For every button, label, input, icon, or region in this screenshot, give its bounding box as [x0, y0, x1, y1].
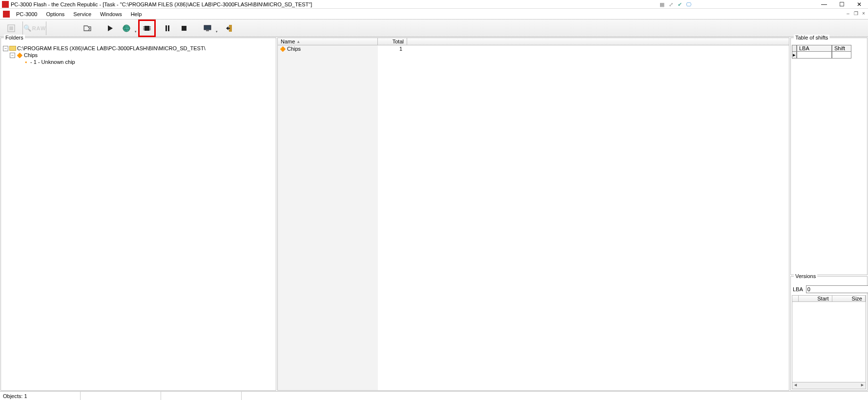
svg-rect-12 — [165, 25, 167, 31]
globe-button[interactable] — [119, 21, 134, 36]
row-indicator-icon: ▸ — [792, 52, 797, 59]
versions-header: Start Size — [792, 295, 866, 302]
versions-col-size[interactable]: Size — [832, 296, 866, 301]
tree-unknown-chip[interactable]: 🔸 - 1 - Unknown chip — [3, 59, 274, 65]
mdi-close-button[interactable]: × — [860, 10, 867, 17]
shifts-table[interactable]: LBA Shift ▸ — [792, 45, 866, 59]
tree-unknown-chip-label: - 1 - Unknown chip — [30, 59, 75, 65]
versions-col-blank — [792, 296, 799, 301]
list-row-total: 1 — [378, 46, 407, 52]
status-cell-3 — [161, 392, 242, 400]
right-column: Table of shifts LBA Shift ▸ Versions LBA — [790, 37, 868, 391]
titlebar: PC-3000 Flash - the Czech Republic - [Ta… — [0, 0, 868, 9]
lba-row: LBA — [793, 285, 865, 293]
statusbar: Objects: 1 — [0, 391, 868, 400]
versions-body[interactable] — [792, 302, 866, 382]
grid-icon[interactable]: ▦ — [658, 1, 666, 8]
chips-row-icon: 🔶 — [280, 46, 286, 52]
toolbar: 🔍 RAW — [0, 20, 868, 37]
window-title: PC-3000 Flash - the Czech Republic - [Ta… — [11, 1, 312, 7]
sort-asc-icon: ▲ — [296, 40, 300, 44]
versions-col-start[interactable]: Start — [799, 296, 832, 301]
folder-open-icon — [9, 45, 16, 51]
svg-rect-1 — [9, 26, 13, 30]
shifts-indicator-header — [792, 45, 797, 52]
expand-icon[interactable]: ⤢ — [667, 1, 675, 8]
svg-point-3 — [123, 25, 130, 32]
menubar: PC-3000 Options Service Windows Help – ❐… — [0, 9, 868, 20]
raw-label: RAW — [32, 25, 46, 31]
shifts-row-lba — [797, 52, 832, 59]
raw-button[interactable]: 🔍 RAW — [27, 21, 42, 36]
play-button[interactable] — [103, 21, 117, 36]
menu-pc3000[interactable]: PC-3000 — [12, 10, 41, 18]
collapse-icon[interactable]: − — [3, 46, 8, 51]
monitor-button[interactable] — [200, 21, 215, 36]
task-icon — [3, 11, 10, 18]
folders-panel-label: Folders — [4, 35, 25, 40]
tree-chips-label: Chips — [24, 52, 38, 58]
window-controls: — ☐ ✕ — [815, 0, 868, 9]
shifts-row-shift — [832, 52, 851, 59]
list-name-column-bg — [278, 45, 378, 390]
shifts-row[interactable]: ▸ — [792, 52, 866, 59]
col-total[interactable]: Total — [378, 38, 407, 45]
lba-label: LBA — [793, 286, 803, 292]
mdi-minimize-button[interactable]: – — [845, 10, 851, 17]
versions-panel: Versions LBA Start Size — [790, 276, 868, 391]
exit-button[interactable] — [222, 21, 236, 36]
svg-rect-14 — [182, 26, 186, 31]
list-row-name: Chips — [287, 46, 301, 52]
shifts-col-shift[interactable]: Shift — [832, 45, 851, 52]
tree-root[interactable]: − C:\PROGRAM FILES (X86)\ACE LAB\PC-3000… — [3, 45, 274, 52]
versions-panel-label: Versions — [794, 273, 817, 279]
check-icon[interactable]: ✔ — [676, 1, 683, 8]
versions-scrollbar[interactable] — [792, 382, 866, 389]
status-objects: Objects: 1 — [0, 392, 81, 400]
stop-button[interactable] — [177, 21, 191, 36]
svg-rect-13 — [168, 25, 169, 31]
menu-options[interactable]: Options — [41, 10, 69, 18]
close-button[interactable]: ✕ — [850, 0, 868, 9]
svg-rect-16 — [206, 30, 209, 31]
open-button[interactable] — [80, 21, 95, 36]
list-row-chips[interactable]: 🔶 Chips 1 — [278, 45, 789, 52]
tree-chips[interactable]: − 🔶 Chips — [3, 52, 274, 59]
menu-windows[interactable]: Windows — [96, 10, 126, 18]
minimize-button[interactable]: — — [815, 0, 833, 9]
titlebar-tool-icons: ▦ ⤢ ✔ 🖵 — [658, 0, 692, 9]
shifts-col-lba[interactable]: LBA — [797, 45, 832, 52]
collapse-icon[interactable]: − — [10, 53, 15, 58]
pause-button[interactable] — [160, 21, 175, 36]
main-area: Folders − C:\PROGRAM FILES (X86)\ACE LAB… — [0, 37, 868, 391]
menu-service[interactable]: Service — [69, 10, 96, 18]
folders-tree[interactable]: − C:\PROGRAM FILES (X86)\ACE LAB\PC-3000… — [1, 44, 276, 66]
status-cell-2 — [81, 392, 161, 400]
svg-rect-15 — [204, 25, 211, 30]
chips-icon: 🔶 — [16, 52, 23, 58]
chip-item-icon: 🔸 — [22, 59, 29, 65]
svg-marker-2 — [108, 25, 113, 31]
folders-panel: Folders − C:\PROGRAM FILES (X86)\ACE LAB… — [0, 38, 276, 391]
menu-help[interactable]: Help — [126, 10, 146, 18]
chip-button[interactable] — [140, 21, 154, 36]
col-name[interactable]: Name ▲ — [278, 38, 378, 45]
mdi-restore-button[interactable]: ❐ — [852, 10, 859, 17]
mdi-controls: – ❐ × — [845, 10, 867, 17]
list-header: Name ▲ Total — [278, 38, 789, 45]
col-name-label: Name — [281, 39, 295, 44]
shifts-panel-label: Table of shifts — [794, 35, 829, 40]
maximize-button[interactable]: ☐ — [833, 0, 850, 9]
device-button[interactable] — [4, 21, 19, 36]
app-icon — [2, 1, 9, 8]
svg-rect-5 — [145, 26, 149, 31]
center-panel: Name ▲ Total 🔶 Chips 1 — [277, 38, 789, 391]
col-total-label: Total — [393, 39, 404, 44]
lba-input[interactable] — [806, 285, 868, 293]
tree-root-label: C:\PROGRAM FILES (X86)\ACE LAB\PC-3000FL… — [17, 45, 206, 51]
shifts-panel: Table of shifts LBA Shift ▸ — [790, 38, 868, 275]
monitors-icon[interactable]: 🖵 — [684, 1, 692, 8]
binoculars-icon: 🔍 — [23, 24, 31, 32]
list-body[interactable]: 🔶 Chips 1 — [278, 45, 789, 390]
